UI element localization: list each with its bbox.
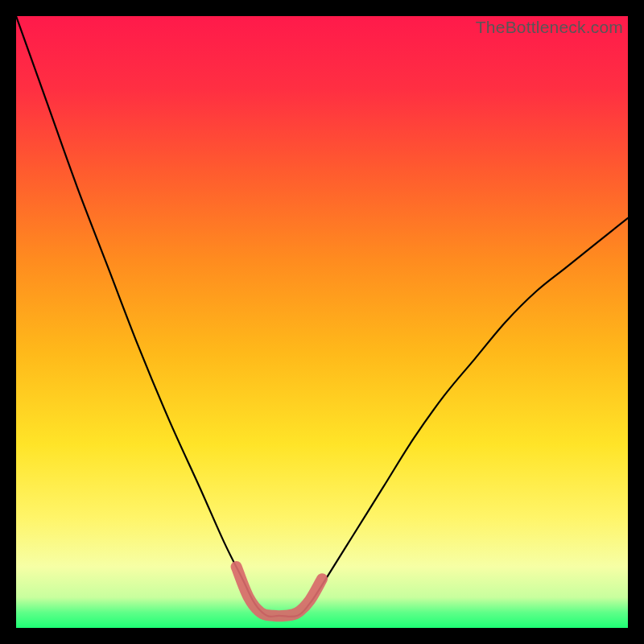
chart-plot (16, 16, 628, 628)
optimal-highlight (237, 567, 322, 616)
watermark-text: TheBottleneck.com (476, 18, 623, 37)
chart-frame: TheBottleneck.com (16, 16, 628, 628)
bottleneck-curve (16, 16, 628, 617)
